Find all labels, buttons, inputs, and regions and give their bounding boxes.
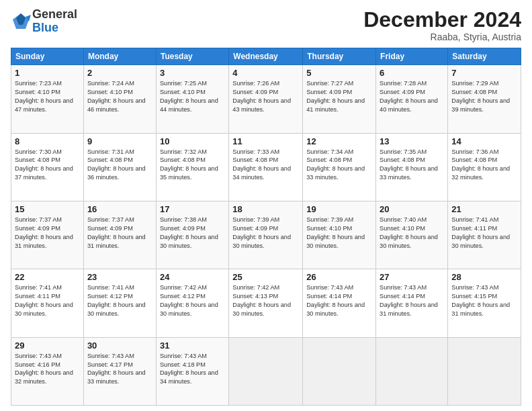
logo-blue: Blue: [32, 21, 77, 35]
day-info: Sunrise: 7:27 AMSunset: 4:09 PMDaylight:…: [306, 80, 365, 113]
calendar-cell: [376, 337, 448, 405]
day-info: Sunrise: 7:29 AMSunset: 4:08 PMDaylight:…: [451, 80, 510, 113]
day-number: 26: [306, 272, 372, 282]
day-number: 25: [232, 272, 299, 282]
day-info: Sunrise: 7:35 AMSunset: 4:08 PMDaylight:…: [380, 148, 438, 181]
calendar-cell: 5 Sunrise: 7:27 AMSunset: 4:09 PMDayligh…: [303, 65, 376, 133]
header-day-wednesday: Wednesday: [229, 48, 303, 65]
calendar-cell: 24 Sunrise: 7:42 AMSunset: 4:12 PMDaylig…: [156, 269, 228, 337]
calendar-cell: 26 Sunrise: 7:43 AMSunset: 4:14 PMDaylig…: [303, 269, 376, 337]
calendar-cell: 15 Sunrise: 7:37 AMSunset: 4:09 PMDaylig…: [11, 201, 84, 269]
logo-icon: [11, 11, 31, 32]
header-day-friday: Friday: [376, 48, 448, 65]
calendar-cell: 6 Sunrise: 7:28 AMSunset: 4:09 PMDayligh…: [376, 65, 448, 133]
header-row: SundayMondayTuesdayWednesdayThursdayFrid…: [11, 48, 521, 65]
day-number: 13: [380, 136, 444, 146]
day-number: 28: [451, 272, 517, 282]
logo: General Blue: [11, 8, 77, 35]
header-day-sunday: Sunday: [11, 48, 84, 65]
day-info: Sunrise: 7:31 AMSunset: 4:08 PMDaylight:…: [87, 148, 146, 181]
day-number: 10: [160, 136, 225, 146]
day-number: 22: [15, 272, 80, 282]
day-info: Sunrise: 7:37 AMSunset: 4:09 PMDaylight:…: [15, 216, 73, 249]
week-row-1: 1 Sunrise: 7:23 AMSunset: 4:10 PMDayligh…: [11, 65, 521, 133]
day-number: 3: [160, 68, 225, 78]
calendar-cell: 2 Sunrise: 7:24 AMSunset: 4:10 PMDayligh…: [83, 65, 156, 133]
week-row-2: 8 Sunrise: 7:30 AMSunset: 4:08 PMDayligh…: [11, 133, 521, 201]
day-info: Sunrise: 7:33 AMSunset: 4:08 PMDaylight:…: [232, 148, 291, 181]
day-number: 7: [451, 68, 517, 78]
title-block: December 2024 Raaba, Styria, Austria: [363, 8, 521, 42]
calendar-cell: 1 Sunrise: 7:23 AMSunset: 4:10 PMDayligh…: [11, 65, 84, 133]
day-number: 17: [160, 204, 225, 214]
day-info: Sunrise: 7:43 AMSunset: 4:14 PMDaylight:…: [306, 284, 365, 317]
day-info: Sunrise: 7:41 AMSunset: 4:11 PMDaylight:…: [451, 216, 510, 249]
day-number: 6: [380, 68, 444, 78]
day-number: 12: [306, 136, 372, 146]
day-number: 23: [87, 272, 152, 282]
calendar-cell: [303, 337, 376, 405]
day-number: 11: [232, 136, 299, 146]
calendar-cell: 25 Sunrise: 7:42 AMSunset: 4:13 PMDaylig…: [229, 269, 303, 337]
calendar-cell: 14 Sunrise: 7:36 AMSunset: 4:08 PMDaylig…: [448, 133, 521, 201]
week-row-3: 15 Sunrise: 7:37 AMSunset: 4:09 PMDaylig…: [11, 201, 521, 269]
day-info: Sunrise: 7:43 AMSunset: 4:18 PMDaylight:…: [160, 353, 218, 385]
header: General Blue December 2024 Raaba, Styria…: [11, 8, 521, 42]
day-number: 8: [15, 136, 80, 146]
week-row-5: 29 Sunrise: 7:43 AMSunset: 4:16 PMDaylig…: [11, 337, 521, 405]
day-number: 19: [306, 204, 372, 214]
calendar-cell: 31 Sunrise: 7:43 AMSunset: 4:18 PMDaylig…: [156, 337, 228, 405]
day-info: Sunrise: 7:36 AMSunset: 4:08 PMDaylight:…: [451, 148, 510, 181]
day-number: 14: [451, 136, 517, 146]
day-number: 2: [87, 68, 152, 78]
calendar-cell: 20 Sunrise: 7:40 AMSunset: 4:10 PMDaylig…: [376, 201, 448, 269]
day-info: Sunrise: 7:42 AMSunset: 4:13 PMDaylight:…: [232, 284, 291, 317]
calendar-cell: 8 Sunrise: 7:30 AMSunset: 4:08 PMDayligh…: [11, 133, 84, 201]
day-number: 30: [87, 340, 152, 351]
calendar-cell: 11 Sunrise: 7:33 AMSunset: 4:08 PMDaylig…: [229, 133, 303, 201]
calendar-cell: 22 Sunrise: 7:41 AMSunset: 4:11 PMDaylig…: [11, 269, 84, 337]
day-info: Sunrise: 7:25 AMSunset: 4:10 PMDaylight:…: [160, 80, 218, 113]
day-info: Sunrise: 7:42 AMSunset: 4:12 PMDaylight:…: [160, 284, 218, 317]
day-number: 9: [87, 136, 152, 146]
calendar-cell: 23 Sunrise: 7:41 AMSunset: 4:12 PMDaylig…: [83, 269, 156, 337]
calendar-cell: 7 Sunrise: 7:29 AMSunset: 4:08 PMDayligh…: [448, 65, 521, 133]
day-info: Sunrise: 7:38 AMSunset: 4:09 PMDaylight:…: [160, 216, 218, 249]
location: Raaba, Styria, Austria: [363, 32, 521, 42]
day-number: 21: [451, 204, 517, 214]
day-info: Sunrise: 7:43 AMSunset: 4:17 PMDaylight:…: [87, 353, 146, 385]
calendar-cell: 13 Sunrise: 7:35 AMSunset: 4:08 PMDaylig…: [376, 133, 448, 201]
week-row-4: 22 Sunrise: 7:41 AMSunset: 4:11 PMDaylig…: [11, 269, 521, 337]
day-number: 5: [306, 68, 372, 78]
calendar-table: SundayMondayTuesdayWednesdayThursdayFrid…: [11, 48, 521, 406]
header-day-saturday: Saturday: [448, 48, 521, 65]
calendar-cell: 19 Sunrise: 7:39 AMSunset: 4:10 PMDaylig…: [303, 201, 376, 269]
day-info: Sunrise: 7:24 AMSunset: 4:10 PMDaylight:…: [87, 80, 146, 113]
header-day-tuesday: Tuesday: [156, 48, 228, 65]
day-info: Sunrise: 7:23 AMSunset: 4:10 PMDaylight:…: [15, 80, 73, 113]
calendar-cell: 27 Sunrise: 7:43 AMSunset: 4:14 PMDaylig…: [376, 269, 448, 337]
calendar-cell: 9 Sunrise: 7:31 AMSunset: 4:08 PMDayligh…: [83, 133, 156, 201]
day-number: 1: [15, 68, 80, 78]
header-day-monday: Monday: [83, 48, 156, 65]
day-number: 4: [232, 68, 299, 78]
day-info: Sunrise: 7:30 AMSunset: 4:08 PMDaylight:…: [15, 148, 73, 181]
page-container: General Blue December 2024 Raaba, Styria…: [0, 0, 532, 411]
calendar-cell: 17 Sunrise: 7:38 AMSunset: 4:09 PMDaylig…: [156, 201, 228, 269]
month-title: December 2024: [363, 8, 521, 32]
day-info: Sunrise: 7:34 AMSunset: 4:08 PMDaylight:…: [306, 148, 365, 181]
calendar-cell: 29 Sunrise: 7:43 AMSunset: 4:16 PMDaylig…: [11, 337, 84, 405]
logo-general: General: [32, 8, 77, 21]
day-info: Sunrise: 7:41 AMSunset: 4:12 PMDaylight:…: [87, 284, 146, 317]
calendar-cell: 18 Sunrise: 7:39 AMSunset: 4:09 PMDaylig…: [229, 201, 303, 269]
day-info: Sunrise: 7:43 AMSunset: 4:16 PMDaylight:…: [15, 353, 73, 385]
day-info: Sunrise: 7:37 AMSunset: 4:09 PMDaylight:…: [87, 216, 146, 249]
day-info: Sunrise: 7:40 AMSunset: 4:10 PMDaylight:…: [380, 216, 438, 249]
day-number: 20: [380, 204, 444, 214]
logo-text: General Blue: [32, 8, 77, 35]
calendar-cell: 16 Sunrise: 7:37 AMSunset: 4:09 PMDaylig…: [83, 201, 156, 269]
calendar-cell: 4 Sunrise: 7:26 AMSunset: 4:09 PMDayligh…: [229, 65, 303, 133]
calendar-cell: 10 Sunrise: 7:32 AMSunset: 4:08 PMDaylig…: [156, 133, 228, 201]
day-info: Sunrise: 7:39 AMSunset: 4:09 PMDaylight:…: [232, 216, 291, 249]
day-info: Sunrise: 7:26 AMSunset: 4:09 PMDaylight:…: [232, 80, 291, 113]
